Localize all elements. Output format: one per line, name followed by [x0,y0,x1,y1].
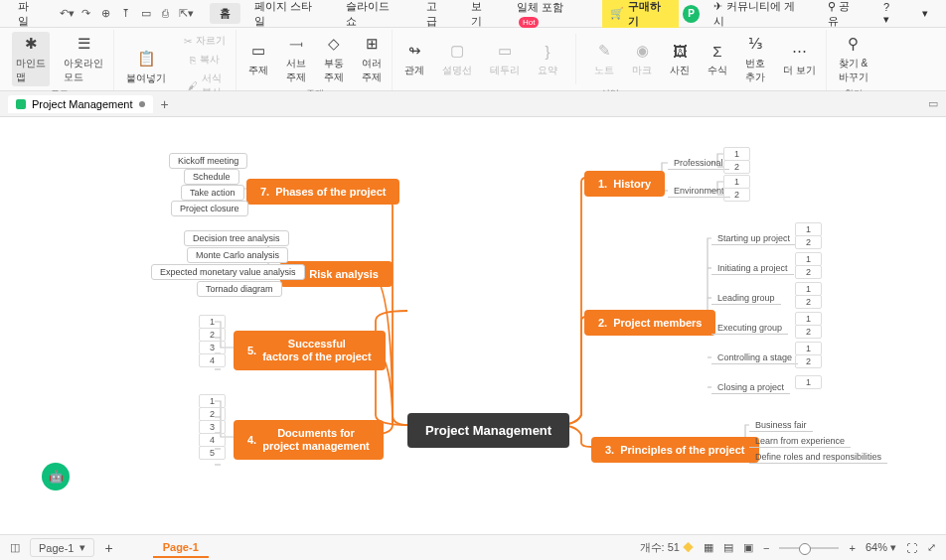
topic-icon: ▭ [248,41,268,61]
canvas[interactable]: Project Management 7.Phases of the proje… [0,117,946,534]
formula-button[interactable]: Σ수식 [704,32,731,86]
branch-phases[interactable]: 7.Phases of the project [246,179,399,205]
leaf[interactable]: Expected monetary value analysis [151,264,305,280]
callout-button[interactable]: ▢설명선 [438,32,476,86]
page-dropdown[interactable]: Page-1▾ [30,538,94,557]
assistant-button[interactable]: 🤖 [42,463,70,490]
save-icon[interactable]: ▭ [139,7,153,20]
branch-members[interactable]: 2.Project members [584,310,715,336]
leaf[interactable]: Define roles and responsibilities [749,451,887,464]
community-button[interactable]: ✈ 커뮤니티에 게시 [704,0,813,32]
leaf[interactable]: Decision tree analysis [184,230,289,246]
branch-principles[interactable]: 3.Principles of the project [591,437,759,463]
leaf[interactable]: Executing group [711,322,788,335]
picture-button[interactable]: 🖼사진 [666,32,694,86]
branch-history[interactable]: 1.History [584,171,665,197]
doc-tab[interactable]: Project Management [8,95,153,113]
brush-icon: 🖌 [188,80,198,91]
leaf-numbers[interactable]: 12345 [199,394,226,459]
leaf-numbers[interactable]: 12 [795,282,822,308]
layout-icon[interactable]: ◫ [10,541,20,554]
tab-advanced[interactable]: 고급 [416,0,458,32]
cut-button[interactable]: ✂자르기 [180,32,230,50]
subtopic-icon: ⟞ [286,34,306,54]
print-icon[interactable]: ⎙ [159,7,173,20]
add-tab-button[interactable]: + [161,96,169,112]
avatar[interactable]: P [683,5,701,23]
tab-all[interactable]: 일체 포함Hot [507,0,594,30]
export-icon[interactable]: ⇱▾ [179,7,193,20]
menu-file[interactable]: 파일 [8,0,50,32]
outline-mode-button[interactable]: ☰아웃라인 모드 [60,32,107,86]
open-icon[interactable]: ⤒ [119,7,133,20]
mark-button[interactable]: ◉마크 [628,32,656,86]
new-icon[interactable]: ⊕ [99,7,113,20]
view2-icon[interactable]: ▤ [723,541,733,554]
undo-icon[interactable]: ↶▾ [60,7,74,20]
leaf-numbers[interactable]: 1234 [199,315,226,366]
more-button[interactable]: ⋯더 보기 [779,32,820,86]
page-tab[interactable]: Page-1 [153,538,209,558]
leaf[interactable]: Business fair [749,419,813,432]
tab-pagestyle[interactable]: 페이지 스타일 [244,0,332,32]
leaf[interactable]: Leading group [711,292,781,305]
boundary-button[interactable]: ▭테두리 [486,32,524,86]
tab-view[interactable]: 보기 [461,0,503,32]
mindmap-mode-button[interactable]: ✱마인드 맵 [12,32,50,86]
leaf[interactable]: Learn from experience [749,435,851,448]
number-button[interactable]: ⅓번호 추가 [741,32,769,86]
multi-topic-button[interactable]: ⊞여러 주제 [358,32,386,86]
note-button[interactable]: ✎노트 [590,32,618,86]
leaf-numbers[interactable]: 12 [795,222,822,248]
redo-icon[interactable]: ↷ [79,7,93,20]
summary-button[interactable]: }요약 [534,32,561,86]
float-topic-button[interactable]: ◇부동 주제 [320,32,348,86]
relation-button[interactable]: ↬관계 [400,32,428,86]
leaf[interactable]: Tornado diagram [197,281,282,297]
leaf[interactable]: Initiating a project [711,262,794,275]
leaf[interactable]: Kickoff meeting [169,153,247,169]
panel-toggle-icon[interactable]: ▭ [928,97,938,110]
branch-documents[interactable]: 4.Documents for project management [234,420,384,460]
leaf[interactable]: Closing a project [711,381,790,394]
buy-button[interactable]: 🛒 구매하기 [602,0,679,32]
leaf[interactable]: Project closure [171,201,248,216]
doc-tabbar: Project Management + ▭ [0,91,946,117]
leaf[interactable]: Controlling a stage [711,351,798,364]
branch-successful[interactable]: 5.Successful factors of the project [234,331,386,370]
topic-button[interactable]: ▭주제 [244,32,272,86]
copy-button[interactable]: ⎘복사 [180,51,230,69]
note-icon: ✎ [594,41,614,61]
tab-home[interactable]: 홈 [210,3,240,24]
zoom-in-button[interactable]: + [849,542,855,554]
leaf-numbers[interactable]: 12 [723,147,750,173]
add-page-button[interactable]: + [104,540,112,556]
leaf[interactable]: Take action [181,185,244,201]
leaf[interactable]: Starting up project [711,232,796,245]
subtopic-button[interactable]: ⟞서브 주제 [282,32,310,86]
zoom-slider[interactable] [779,547,839,549]
leaf[interactable]: Professional [668,157,729,170]
zoom-level[interactable]: 64% ▾ [866,541,896,554]
help-icon[interactable]: ? ▾ [873,0,908,29]
tab-slideshow[interactable]: 슬라이드 쇼 [336,0,412,32]
leaf-numbers[interactable]: 12 [795,342,822,367]
find-replace-button[interactable]: ⚲찾기 & 바꾸기 [835,32,872,86]
appmenu-icon[interactable]: ▾ [912,4,938,23]
callout-icon: ▢ [447,41,467,61]
zoom-out-button[interactable]: − [763,542,769,554]
modified-dot [139,101,145,107]
fit-icon[interactable]: ⤢ [927,541,936,554]
central-topic[interactable]: Project Management [407,413,569,448]
fullscreen-icon[interactable]: ⛶ [906,542,917,554]
leaf-numbers[interactable]: 12 [795,252,822,278]
leaf-numbers[interactable]: 1 [795,375,822,388]
leaf[interactable]: Monte Carlo analysis [187,247,288,263]
share-button[interactable]: ⚲ 공유 [818,0,869,32]
leaf-numbers[interactable]: 12 [795,312,822,338]
view1-icon[interactable]: ▦ [704,541,713,554]
leaf-numbers[interactable]: 12 [723,175,750,201]
leaf[interactable]: Environment [668,185,730,198]
view3-icon[interactable]: ▣ [743,541,753,554]
leaf[interactable]: Schedule [184,169,239,185]
